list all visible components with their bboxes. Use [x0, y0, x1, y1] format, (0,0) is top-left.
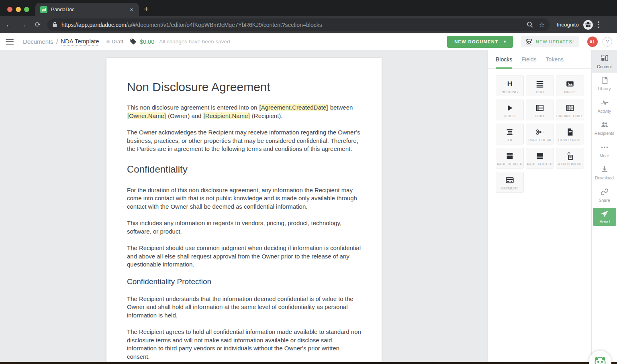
document-paragraph[interactable]: For the duration of this non disclosure … — [127, 186, 362, 211]
right-rail: ContentLibraryActivityRecipientsMoreDown… — [591, 50, 617, 364]
document-paragraph[interactable]: The Recipient understands that the infor… — [127, 295, 362, 320]
document-paragraph[interactable]: This includes any information in regards… — [127, 219, 362, 236]
tab-title: PandaDoc — [51, 7, 129, 12]
search-icon[interactable] — [527, 21, 533, 28]
block-tile-table[interactable]: TABLE — [526, 100, 554, 120]
download-icon — [600, 165, 609, 174]
rail-item-label: Activity — [598, 109, 611, 114]
browser-menu-icon[interactable] — [598, 21, 600, 28]
table-icon — [535, 102, 544, 114]
app-header: Documents / NDA Template Draft $0.00 All… — [0, 33, 617, 50]
block-tile-text[interactable]: TEXT — [526, 75, 554, 96]
document-paragraph[interactable]: The Recipient agrees to hold all confide… — [127, 328, 362, 361]
new-tab-button[interactable]: + — [141, 4, 151, 14]
document-title-field[interactable]: NDA Template — [61, 38, 99, 46]
block-tile-label: PAGE BREAK — [528, 138, 551, 142]
rail-item-activity[interactable]: Activity — [592, 95, 617, 117]
close-window-button[interactable] — [7, 7, 12, 12]
url-text[interactable]: https://app.pandadoc.com/a/#/document/v1… — [61, 22, 521, 28]
tab-fields[interactable]: Fields — [521, 50, 536, 68]
block-tile-payment[interactable]: PAYMENT — [496, 172, 524, 193]
document-price[interactable]: $0.00 — [140, 39, 154, 45]
merge-token[interactable]: [Recipient.Name] — [203, 112, 250, 119]
rail-item-content[interactable]: Content — [592, 50, 617, 73]
document-paragraph[interactable]: The Owner acknowledges the Recipient may… — [127, 128, 362, 153]
block-tile-label: VIDEO — [504, 114, 515, 118]
block-tile-image[interactable]: IMAGE — [556, 75, 584, 96]
incognito-icon[interactable] — [583, 20, 593, 30]
forward-icon[interactable]: → — [18, 21, 29, 29]
content-icon — [600, 54, 609, 63]
address-bar[interactable]: https://app.pandadoc.com/a/#/document/v1… — [47, 18, 550, 31]
panda-emoji-icon: 🐼 — [526, 39, 533, 45]
new-document-button[interactable]: NEW DOCUMENT ▼ — [447, 36, 513, 48]
block-tile-label: HEADING — [502, 90, 518, 94]
draft-status-dot — [106, 40, 110, 43]
url-path: /a/#/document/v1/editor/o4fKopWBm9cMqe7Y… — [126, 22, 322, 28]
rail-item-recipients[interactable]: Recipients — [592, 117, 617, 140]
text-segment: (Owner) and — [166, 112, 203, 119]
avatar[interactable]: AL — [587, 37, 598, 47]
rail-item-share[interactable]: Share — [592, 184, 617, 206]
merge-token[interactable]: [Owner.Name] — [127, 112, 166, 119]
block-tile-toc[interactable]: TOC — [496, 124, 524, 144]
cover-page-icon — [566, 126, 574, 138]
document-heading[interactable]: Non Disclosure Agreement — [127, 80, 362, 94]
block-tile-video[interactable]: VIDEO — [496, 100, 524, 120]
document-page[interactable]: Non Disclosure AgreementThis non disclos… — [106, 58, 382, 364]
document-heading[interactable]: Confidentiality — [127, 164, 362, 175]
text-segment: (Recipient). — [250, 112, 283, 119]
merge-token[interactable]: [Agreement.CreatedDate] — [259, 104, 329, 111]
rail-item-library[interactable]: Library — [592, 73, 617, 95]
rail-item-download[interactable]: Download — [592, 162, 617, 184]
breadcrumb-documents-link[interactable]: Documents — [23, 38, 53, 45]
help-button[interactable]: ? — [603, 37, 612, 47]
back-icon[interactable]: ← — [3, 21, 14, 29]
block-tile-page-break[interactable]: PAGE BREAK — [526, 124, 554, 144]
rail-item-label: Library — [598, 86, 611, 91]
incognito-label: Incognito — [557, 22, 579, 28]
block-tiles-grid: HHEADINGTEXTIMAGEVIDEOTABLEPRICING TABLE… — [496, 75, 591, 193]
text-segment: This non disclosure agreement is entered… — [127, 104, 259, 111]
lock-icon — [52, 22, 57, 28]
macos-window-controls[interactable] — [7, 7, 29, 12]
pandadoc-editor-screen: pd PandaDoc × + ← → ⟳ https://app.pandad… — [0, 0, 617, 364]
maximize-window-button[interactable] — [24, 7, 29, 12]
tab-tokens[interactable]: Tokens — [546, 50, 564, 68]
block-tile-heading[interactable]: HHEADING — [496, 75, 524, 96]
browser-tab[interactable]: pd PandaDoc × — [35, 3, 139, 16]
send-button[interactable]: Send — [593, 208, 616, 226]
document-paragraph[interactable]: The Recipient should use common judgment… — [127, 244, 362, 269]
attachment-icon — [566, 150, 574, 162]
send-button-label: Send — [599, 219, 610, 224]
block-tile-attachment[interactable]: ATTACHMENT — [556, 148, 584, 169]
more-icon — [600, 143, 609, 152]
browser-toolbar: ← → ⟳ https://app.pandadoc.com/a/#/docum… — [0, 16, 617, 33]
rail-item-label: Download — [595, 175, 614, 180]
block-tile-label: PRICING TABLE — [556, 114, 584, 118]
new-updates-button[interactable]: 🐼 NEW UPDATES! — [521, 36, 579, 47]
rail-item-more[interactable]: More — [592, 139, 617, 162]
rail-item-label: More — [600, 153, 609, 158]
text-segment: between — [328, 104, 353, 111]
block-tile-cover-page[interactable]: COVER PAGE — [556, 124, 584, 144]
tab-blocks[interactable]: Blocks — [496, 50, 512, 68]
payment-icon — [505, 175, 514, 186]
reload-icon[interactable]: ⟳ — [32, 20, 43, 29]
tab-close-icon[interactable]: × — [129, 6, 134, 13]
paper-plane-icon — [600, 209, 609, 218]
main-menu-icon[interactable] — [6, 39, 14, 45]
block-tile-pricing-table[interactable]: PRICING TABLE — [556, 100, 584, 120]
breadcrumb: Documents / NDA Template — [23, 38, 99, 46]
block-tile-page-header[interactable]: PAGE HEADER — [496, 148, 524, 169]
block-tile-label: TEXT — [535, 90, 545, 94]
minimize-window-button[interactable] — [16, 7, 21, 12]
block-tile-page-footer[interactable]: PAGE FOOTER — [526, 148, 554, 169]
bookmark-star-icon[interactable]: ☆ — [539, 21, 545, 28]
toc-icon — [505, 126, 514, 138]
document-paragraph[interactable]: This non disclosure agreement is entered… — [127, 104, 362, 120]
block-tile-label: ATTACHMENT — [558, 162, 582, 166]
document-heading[interactable]: Confidentiality Protection — [127, 277, 362, 286]
block-tile-label: IMAGE — [564, 90, 576, 94]
text-icon — [535, 78, 544, 89]
